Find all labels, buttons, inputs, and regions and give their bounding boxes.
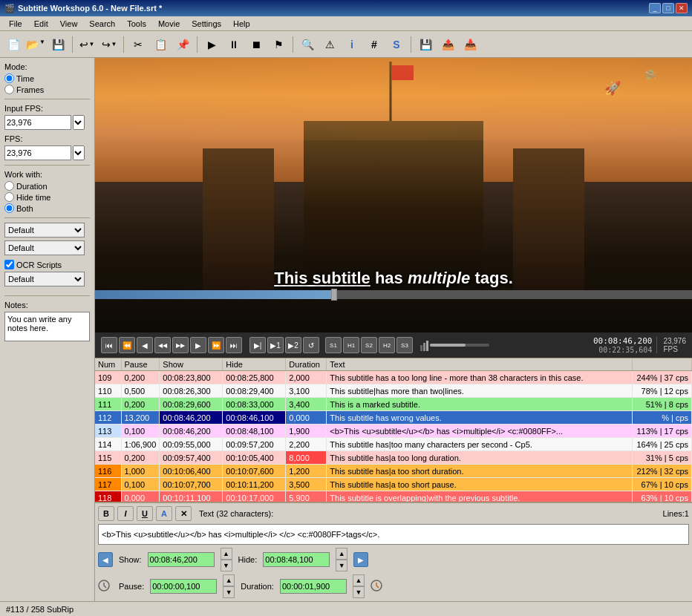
table-row[interactable]: 1161,00000:10:06,40000:10:07,6001,200Thi… bbox=[95, 465, 692, 478]
left-panel: Mode: Time Frames Input FPS: FPS: Work w… bbox=[0, 58, 95, 601]
fps-dropdown[interactable] bbox=[73, 145, 85, 160]
transport-rewind[interactable]: ⏪ bbox=[119, 337, 135, 353]
transport-set-show3[interactable]: S3 bbox=[396, 337, 413, 353]
num-button[interactable]: # bbox=[364, 35, 385, 54]
hide-inc-button[interactable]: ▲ bbox=[336, 548, 347, 560]
fps-value: 23,976 bbox=[663, 337, 686, 345]
table-row[interactable]: 1170,10000:10:07,70000:10:11,2003,500Thi… bbox=[95, 478, 692, 491]
work-duration-radio[interactable] bbox=[4, 181, 14, 191]
delete-tag-button[interactable]: ✕ bbox=[175, 506, 192, 521]
table-row[interactable]: 1180,00000:10:11,10000:10:17,0005,900Thi… bbox=[95, 491, 692, 502]
info-button[interactable]: i bbox=[342, 35, 362, 54]
new-button[interactable]: 📄 bbox=[3, 35, 24, 54]
pause-input[interactable] bbox=[150, 579, 217, 594]
menu-help[interactable]: Help bbox=[227, 18, 256, 30]
prev-subtitle-button[interactable]: ◀ bbox=[98, 552, 113, 567]
subtitle-table-container[interactable]: Num Pause Show Hide Duration Text 1090,2… bbox=[95, 358, 692, 502]
transport-play-sel2[interactable]: ▶2 bbox=[285, 337, 301, 353]
table-row[interactable]: 1150,20000:09:57,40000:10:05,4008,000Thi… bbox=[95, 451, 692, 465]
duration-dec-button[interactable]: ▼ bbox=[353, 586, 365, 598]
show-dec-button[interactable]: ▼ bbox=[221, 560, 232, 571]
bold-button[interactable]: B bbox=[98, 506, 114, 521]
duration-input[interactable] bbox=[280, 579, 347, 594]
color-button[interactable]: A bbox=[156, 506, 172, 521]
export1-button[interactable]: 💾 bbox=[415, 35, 436, 54]
menu-edit[interactable]: Edit bbox=[28, 18, 54, 30]
maximize-button[interactable]: □ bbox=[662, 3, 674, 13]
minimize-button[interactable]: _ bbox=[649, 3, 661, 13]
show-input[interactable] bbox=[148, 552, 215, 567]
export3-button[interactable]: 📥 bbox=[460, 35, 480, 54]
pause-inc-button[interactable]: ▲ bbox=[223, 574, 235, 586]
close-button[interactable]: ✕ bbox=[676, 3, 688, 13]
table-row[interactable]: 1130,10000:08:46,20000:08:48,1001,900<b>… bbox=[95, 425, 692, 438]
menu-movie[interactable]: Movie bbox=[152, 18, 186, 30]
ocr-scripts-checkbox[interactable] bbox=[4, 260, 14, 269]
copy-button[interactable]: 📋 bbox=[150, 35, 171, 54]
next-subtitle-button[interactable]: ▶ bbox=[353, 552, 368, 567]
menu-settings[interactable]: Settings bbox=[186, 18, 227, 30]
stop-button[interactable]: ⏹ bbox=[246, 35, 267, 54]
transport-next-scene[interactable]: ⏭ bbox=[226, 337, 242, 353]
transport-play-loop[interactable]: ↺ bbox=[303, 337, 319, 353]
transport-back-sub[interactable]: ◀◀ bbox=[154, 337, 171, 353]
pause-button[interactable]: ⏸ bbox=[223, 35, 244, 54]
transport-play-sel1[interactable]: ▶1 bbox=[267, 337, 284, 353]
timeline-bar[interactable] bbox=[95, 290, 692, 299]
export2-button[interactable]: 📤 bbox=[437, 35, 458, 54]
menu-file[interactable]: File bbox=[3, 18, 28, 30]
transport-forward[interactable]: ⏩ bbox=[208, 337, 224, 353]
transport-prev-scene[interactable]: ⏮ bbox=[101, 337, 117, 353]
transport-set-hide2[interactable]: H2 bbox=[379, 337, 395, 353]
transport-set-hide1[interactable]: H1 bbox=[343, 337, 359, 353]
default1-select[interactable]: Default bbox=[4, 223, 85, 237]
menu-search[interactable]: Search bbox=[83, 18, 121, 30]
save-button[interactable]: 💾 bbox=[48, 35, 68, 54]
transport-prev-frame[interactable]: ◀ bbox=[137, 337, 153, 353]
redo-button[interactable]: ↪▼ bbox=[99, 35, 120, 54]
work-both-radio[interactable] bbox=[4, 203, 14, 213]
open-button[interactable]: 📂▼ bbox=[25, 35, 46, 54]
volume-fill bbox=[430, 344, 466, 347]
col-header-duration: Duration bbox=[286, 358, 327, 371]
table-row[interactable]: 11213,20000:08:46,20000:08:46,1000,000Th… bbox=[95, 411, 692, 425]
underline-button[interactable]: U bbox=[137, 506, 153, 521]
table-row[interactable]: 1110,20000:08:29,60000:08:33,0003,400Thi… bbox=[95, 398, 692, 411]
mode-time-radio[interactable] bbox=[4, 73, 14, 83]
default2-select[interactable]: Default bbox=[4, 240, 85, 255]
mode-frames-radio[interactable] bbox=[4, 85, 14, 94]
show-inc-button[interactable]: ▲ bbox=[221, 548, 232, 560]
default3-select[interactable]: Default bbox=[4, 272, 85, 286]
table-row[interactable]: 1141:06,90000:09:55,00000:09:57,2002,200… bbox=[95, 438, 692, 451]
notes-area[interactable]: You can write any notes here. bbox=[4, 312, 90, 341]
search-toolbar-button[interactable]: 🔍 bbox=[297, 35, 318, 54]
timeline-thumb[interactable] bbox=[331, 289, 337, 301]
transport-play-from[interactable]: ▶| bbox=[249, 337, 266, 353]
duration-inc-button[interactable]: ▲ bbox=[353, 574, 365, 586]
input-fps-dropdown[interactable] bbox=[73, 115, 85, 130]
transport-set-show1[interactable]: S1 bbox=[325, 337, 342, 353]
table-row[interactable]: 1090,20000:08:23,80000:08:25,8002,000Thi… bbox=[95, 371, 692, 384]
menu-tools[interactable]: Tools bbox=[121, 18, 152, 30]
warning-button[interactable]: ⚠ bbox=[319, 35, 340, 54]
pause-dec-button[interactable]: ▼ bbox=[223, 586, 235, 598]
italic-button[interactable]: I bbox=[117, 506, 134, 521]
transport-next-frame[interactable]: ▶ bbox=[190, 337, 206, 353]
transport-next-sub[interactable]: ▶▶ bbox=[172, 337, 189, 353]
hide-dec-button[interactable]: ▼ bbox=[336, 560, 347, 571]
hide-input[interactable] bbox=[263, 552, 330, 567]
cut-button[interactable]: ✂ bbox=[128, 35, 148, 54]
menu-view[interactable]: View bbox=[54, 18, 84, 30]
fps-field[interactable] bbox=[4, 145, 71, 160]
volume-slider[interactable] bbox=[430, 344, 489, 347]
mark-button[interactable]: ⚑ bbox=[268, 35, 289, 54]
table-row[interactable]: 1100,50000:08:26,30000:08:29,4003,100Thi… bbox=[95, 384, 692, 398]
spell-button[interactable]: S bbox=[386, 35, 407, 54]
input-fps-field[interactable] bbox=[4, 115, 71, 130]
play-button[interactable]: ▶ bbox=[201, 35, 222, 54]
transport-set-show2[interactable]: S2 bbox=[361, 337, 377, 353]
work-hide-radio[interactable] bbox=[4, 192, 14, 202]
paste-button[interactable]: 📌 bbox=[172, 35, 193, 54]
subtitle-edit-input[interactable]: <b>This <u>subtitle</u></b> has <i>multi… bbox=[98, 524, 689, 545]
undo-button[interactable]: ↩▼ bbox=[76, 35, 97, 54]
